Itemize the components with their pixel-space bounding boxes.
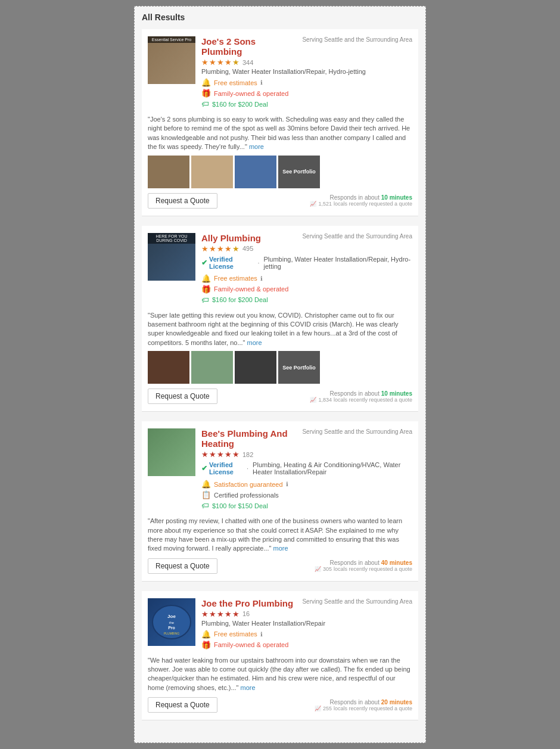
listing-top-bees: Bee's Plumbing And Heating Serving Seatt…	[148, 428, 412, 513]
request-quote-btn-ally[interactable]: Request a Quote	[148, 389, 217, 404]
more-link-ally[interactable]: more	[247, 339, 262, 346]
see-portfolio-btn[interactable]: See Portfolio	[278, 156, 320, 188]
listing-card-bees: Bee's Plumbing And Heating Serving Seatt…	[142, 421, 418, 582]
serving-area-joepro: Serving Seattle and the Surrounding Area	[302, 598, 412, 605]
stars-joepro: ★★★★★	[201, 610, 240, 619]
main-container: All Results Essential Service Pro Joe's …	[134, 6, 426, 743]
family-badge-joepro: 🎁 Family-owned & operated	[201, 641, 412, 649]
listing-image-ally[interactable]: HERE FOR YOUDURING COVID	[148, 233, 195, 281]
family-badge: 🎁 Family-owned & operated	[201, 89, 412, 98]
serving-area-bees: Serving Seattle and the Surrounding Area	[302, 428, 412, 435]
listing-header-ally: Ally Plumbing Serving Seattle and the Su…	[201, 233, 412, 243]
categories-ally: Plumbing, Water Heater Installation/Repa…	[264, 256, 412, 270]
response-time-ally: Responds in about 10 minutes	[310, 390, 412, 397]
stars-bees: ★★★★★	[201, 450, 240, 459]
verified-row-ally: ✔ Verified License · Plumbing, Water Hea…	[201, 254, 412, 271]
listing-info-joepro: Joe the Pro Plumbing Serving Seattle and…	[201, 598, 412, 652]
certified-icon: 📋	[201, 490, 211, 499]
family-icon-joepro: 🎁	[201, 641, 211, 649]
verified-row-bees: ✔ Verified License · Plumbing, Heating &…	[201, 460, 412, 477]
badges-ally: 🔔 Free estimates ℹ 🎁 Family-owned & oper…	[201, 274, 412, 304]
categories-joes2sons: Plumbing, Water Heater Installation/Repa…	[201, 68, 412, 75]
review-count-joepro: 16	[242, 610, 250, 617]
portfolio-thumb-ally-1[interactable]	[148, 351, 189, 384]
listing-card-joepro: Joe the Pro PLUMBING Joe the Pro Plumbin…	[142, 591, 418, 721]
listing-image-joes2sons[interactable]: Essential Service Pro	[148, 36, 195, 84]
listing-image-bees[interactable]	[148, 428, 195, 476]
trend-icon-joepro: 📈	[315, 706, 321, 711]
review-count-joes2sons: 344	[242, 59, 253, 66]
deal-label-bees: $100 for $150 Deal	[212, 502, 268, 509]
review-text-joes2sons: "Joe's 2 sons plumbing is so easy to wor…	[148, 115, 412, 152]
family-icon: 🎁	[201, 89, 211, 98]
stars-row-joes2sons: ★★★★★ 344	[201, 58, 412, 67]
portfolio-thumb-3[interactable]	[235, 156, 276, 188]
listing-header-joepro: Joe the Pro Plumbing Serving Seattle and…	[201, 598, 412, 608]
deal-icon-ally: 🏷	[201, 296, 209, 304]
portfolio-thumb-ally-3[interactable]	[235, 351, 276, 384]
serving-area-joes2sons: Serving Seattle and the Surrounding Area	[302, 36, 412, 43]
listing-footer-bees: Request a Quote Responds in about 40 min…	[148, 558, 412, 574]
info-icon: ℹ	[260, 79, 263, 86]
free-estimates-badge-ally: 🔔 Free estimates ℹ	[201, 274, 412, 283]
trend-icon-ally: 📈	[310, 397, 316, 403]
listing-name-joepro[interactable]: Joe the Pro Plumbing	[201, 598, 293, 608]
certified-label: Certified professionals	[214, 492, 279, 499]
satisfaction-label: Satisfaction guaranteed	[214, 481, 283, 488]
categories-bees: Plumbing, Heating & Air Conditioning/HVA…	[253, 461, 412, 475]
stars-joes2sons: ★★★★★	[201, 58, 240, 67]
listing-top-joepro: Joe the Pro PLUMBING Joe the Pro Plumbin…	[148, 598, 412, 652]
deal-badge-bees: 🏷 $100 for $150 Deal	[201, 501, 412, 510]
portfolio-thumb-1[interactable]	[148, 156, 189, 188]
here-for-you-badge: HERE FOR YOUDURING COVID	[148, 233, 195, 244]
listing-footer-ally: Request a Quote Responds in about 10 min…	[148, 389, 412, 404]
more-link-joes2sons[interactable]: more	[249, 143, 264, 150]
free-label: Free estimates	[214, 79, 257, 86]
review-text-ally: "Super late getting this review out you …	[148, 311, 412, 348]
locals-bees: 📈 305 locals recently requested a quote	[315, 566, 412, 572]
check-icon-bees: ✔	[201, 464, 207, 473]
free-estimates-badge-joepro: 🔔 Free estimates ℹ	[201, 630, 412, 639]
stars-row-joepro: ★★★★★ 16	[201, 610, 412, 619]
listing-header-bees: Bee's Plumbing And Heating Serving Seatt…	[201, 428, 412, 449]
response-time-joepro: Responds in about 20 minutes	[315, 699, 412, 706]
response-time-bees: Responds in about 40 minutes	[315, 560, 412, 566]
deal-icon-bees: 🏷	[201, 501, 209, 510]
listing-image-joepro[interactable]: Joe the Pro PLUMBING	[148, 598, 195, 646]
stars-ally: ★★★★★	[201, 244, 240, 253]
response-info-ally: Responds in about 10 minutes 📈 1,834 loc…	[310, 390, 412, 403]
response-info-bees: Responds in about 40 minutes 📈 305 local…	[315, 560, 412, 572]
free-label-joepro: Free estimates	[214, 630, 257, 638]
family-label-joepro: Family-owned & operated	[214, 641, 288, 648]
all-results-title: All Results	[142, 13, 418, 22]
certified-badge: 📋 Certified professionals	[201, 490, 412, 499]
portfolio-thumb-ally-2[interactable]	[191, 351, 233, 384]
family-icon-ally: 🎁	[201, 285, 211, 294]
see-portfolio-btn-ally[interactable]: See Portfolio	[278, 351, 320, 384]
listing-name-ally[interactable]: Ally Plumbing	[201, 233, 261, 243]
trend-icon: 📈	[310, 201, 316, 207]
response-info-joes2sons: Responds in about 10 minutes 📈 1,521 loc…	[310, 194, 412, 207]
family-label: Family-owned & operated	[214, 90, 288, 97]
request-quote-btn-joepro[interactable]: Request a Quote	[148, 697, 217, 713]
deal-badge-ally: 🏷 $160 for $200 Deal	[201, 296, 412, 304]
deal-badge-joes2sons: 🏷 $160 for $200 Deal	[201, 100, 412, 108]
satisfaction-icon: 🔔	[201, 480, 211, 489]
listing-top: Essential Service Pro Joe's 2 Sons Plumb…	[148, 36, 412, 111]
stars-row-ally: ★★★★★ 495	[201, 244, 412, 253]
listing-top-ally: HERE FOR YOUDURING COVID Ally Plumbing S…	[148, 233, 412, 307]
listing-footer-joepro: Request a Quote Responds in about 20 min…	[148, 697, 412, 713]
verified-badge-bees: ✔ Verified License	[201, 461, 242, 475]
svg-text:the: the	[169, 621, 175, 624]
request-quote-btn-joes2sons[interactable]: Request a Quote	[148, 193, 217, 209]
info-icon-ally: ℹ	[260, 275, 263, 282]
deal-label-ally: $160 for $200 Deal	[212, 296, 268, 303]
portfolio-thumb-2[interactable]	[191, 156, 233, 188]
listing-name-bees[interactable]: Bee's Plumbing And Heating	[201, 428, 297, 449]
family-badge-ally: 🎁 Family-owned & operated	[201, 285, 412, 294]
listing-name-joes2sons[interactable]: Joe's 2 Sons Plumbing	[201, 36, 297, 57]
response-time-joes2sons: Responds in about 10 minutes	[310, 194, 412, 201]
more-link-joepro[interactable]: more	[241, 684, 256, 691]
request-quote-btn-bees[interactable]: Request a Quote	[148, 558, 217, 574]
more-link-bees[interactable]: more	[273, 545, 288, 552]
